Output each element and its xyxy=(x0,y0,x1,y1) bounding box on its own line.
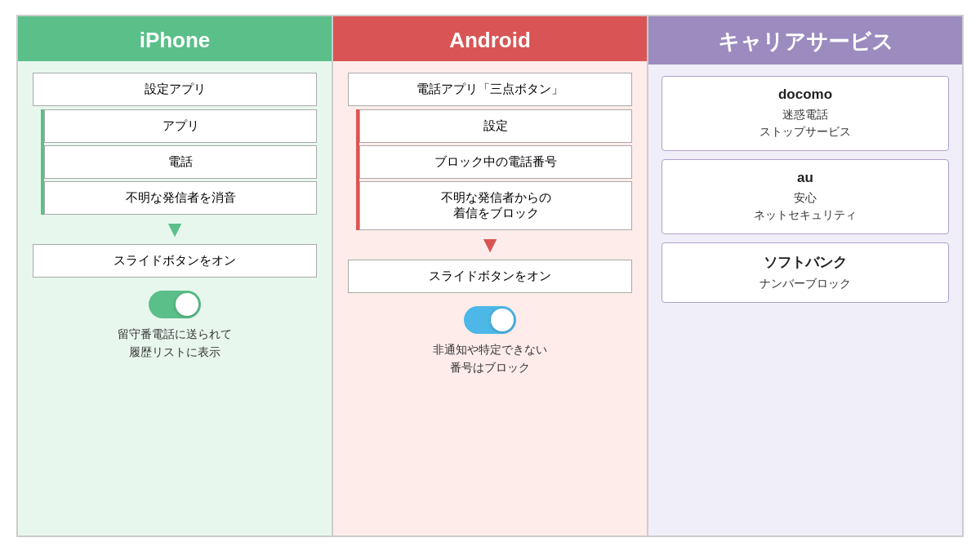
iphone-toggle-area xyxy=(149,291,201,318)
android-toggle-knob xyxy=(491,309,514,331)
iphone-column: iPhone 設定アプリ アプリ 電話 不明な発信者を消音 ▼ xyxy=(18,16,333,535)
au-card: au 安心ネットセキュリティ xyxy=(662,159,949,234)
android-steps-inner: 設定 ブロック中の電話番号 不明な発信者からの着信をブロック xyxy=(359,109,632,230)
android-bracket-container: 設定 ブロック中の電話番号 不明な発信者からの着信をブロック xyxy=(348,109,632,230)
iphone-bottom-desc: 留守番電話に送られて履歴リストに表示 xyxy=(108,325,242,371)
android-bottom-desc: 非通知や特定できない番号はブロック xyxy=(423,340,557,387)
android-step-last: スライドボタンをオン xyxy=(348,260,632,293)
android-toggle[interactable] xyxy=(464,306,516,334)
docomo-service: 迷惑電話ストップサービス xyxy=(670,106,940,140)
au-name: au xyxy=(670,170,940,186)
docomo-name: docomo xyxy=(670,87,940,103)
android-step-3: ブロック中の電話番号 xyxy=(359,145,632,179)
iphone-bracket-container: アプリ 電話 不明な発信者を消音 xyxy=(33,109,317,215)
softbank-name: ソフトバンク xyxy=(670,253,940,272)
iphone-step-3: 電話 xyxy=(44,145,317,179)
iphone-step-1: 設定アプリ xyxy=(33,73,317,106)
carrier-column: キャリアサービス docomo 迷惑電話ストップサービス au 安心ネットセキュ… xyxy=(648,16,962,535)
android-step-4: 不明な発信者からの着信をブロック xyxy=(359,181,632,230)
carrier-header: キャリアサービス xyxy=(648,16,962,64)
iphone-steps-inner: アプリ 電話 不明な発信者を消音 xyxy=(44,109,317,215)
au-service: 安心ネットセキュリティ xyxy=(670,189,940,224)
iphone-toggle-knob xyxy=(176,293,198,316)
android-step-2: 設定 xyxy=(359,109,632,143)
android-arrow: ▼ xyxy=(479,230,501,260)
android-header: Android xyxy=(333,16,647,61)
android-toggle-area xyxy=(464,306,516,334)
softbank-service: ナンバーブロック xyxy=(670,275,940,292)
main-container: iPhone 設定アプリ アプリ 電話 不明な発信者を消音 ▼ xyxy=(16,15,964,537)
carrier-cards: docomo 迷惑電話ストップサービス au 安心ネットセキュリティ ソフトバン… xyxy=(648,64,962,314)
softbank-card: ソフトバンク ナンバーブロック xyxy=(662,242,949,303)
docomo-card: docomo 迷惑電話ストップサービス xyxy=(662,76,949,151)
iphone-header: iPhone xyxy=(18,16,332,61)
iphone-arrow: ▼ xyxy=(163,215,186,244)
iphone-toggle[interactable] xyxy=(149,291,201,318)
iphone-steps-area: 設定アプリ アプリ 電話 不明な発信者を消音 ▼ スライドボタンをオン xyxy=(18,61,332,278)
iphone-step-4: 不明な発信者を消音 xyxy=(44,181,317,215)
iphone-step-2: アプリ xyxy=(44,109,317,143)
android-step-1: 電話アプリ「三点ボタン」 xyxy=(348,73,632,106)
android-steps-area: 電話アプリ「三点ボタン」 設定 ブロック中の電話番号 不明な発信者からの着信をブ… xyxy=(333,61,647,293)
iphone-step-last: スライドボタンをオン xyxy=(33,244,317,278)
android-column: Android 電話アプリ「三点ボタン」 設定 ブロック中の電話番号 不明な発信… xyxy=(333,16,648,535)
